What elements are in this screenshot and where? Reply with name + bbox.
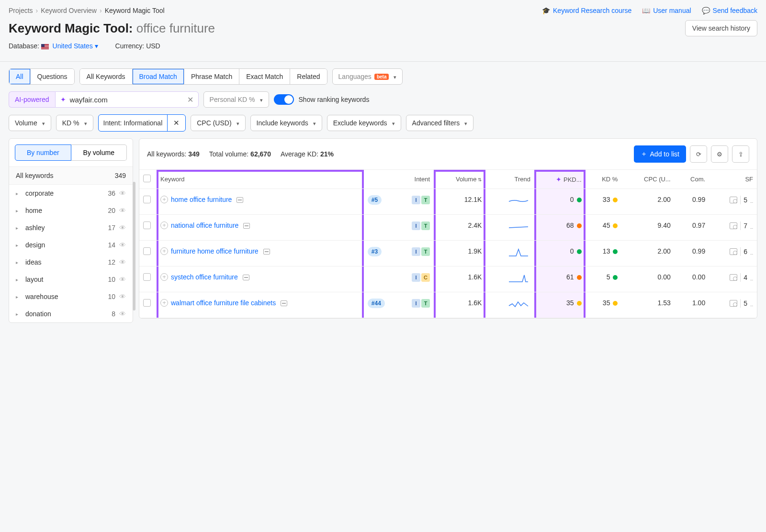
intent-filter[interactable]: Intent: Informational ✕: [98, 114, 186, 132]
expand-icon[interactable]: +: [160, 247, 168, 255]
languages-dropdown[interactable]: Languages beta: [332, 68, 403, 85]
serp-icon[interactable]: [237, 197, 243, 203]
col-cpc[interactable]: CPC (U...: [621, 170, 674, 189]
chevron-right-icon: ▸: [16, 311, 22, 317]
exclude-keywords-filter[interactable]: Exclude keywords: [327, 115, 401, 131]
sidebar-item-warehouse[interactable]: ▸warehouse10 👁: [9, 288, 133, 305]
tab-questions[interactable]: Questions: [30, 69, 74, 84]
col-kd[interactable]: KD %: [586, 170, 622, 189]
advanced-filters[interactable]: Advanced filters: [406, 115, 474, 131]
eye-icon[interactable]: 👁: [119, 310, 126, 318]
sf-cell[interactable]: 7--: [730, 222, 753, 230]
sidebar-item-layout[interactable]: ▸layout10 👁: [9, 271, 133, 288]
rank-badge: #5: [368, 195, 382, 205]
clear-domain-button[interactable]: ✕: [187, 95, 193, 104]
expand-icon[interactable]: +: [160, 196, 168, 203]
include-keywords-filter[interactable]: Include keywords: [250, 115, 322, 131]
sidebar-item-ashley[interactable]: ▸ashley17 👁: [9, 219, 133, 236]
clear-intent-button[interactable]: ✕: [167, 115, 185, 131]
sidebar-item-donation[interactable]: ▸donation8 👁: [9, 305, 133, 322]
select-all-checkbox[interactable]: [143, 175, 151, 182]
sidebar-item-design[interactable]: ▸design14 👁: [9, 236, 133, 254]
eye-icon[interactable]: 👁: [119, 224, 126, 232]
tab-exact-match[interactable]: Exact Match: [239, 69, 290, 84]
by-volume-tab[interactable]: By volume: [71, 144, 127, 161]
user-manual-link[interactable]: 📖User manual: [642, 7, 691, 14]
keyword-link[interactable]: walmart office furniture file cabinets: [171, 299, 276, 307]
cpc-cell: 2.00: [621, 189, 674, 215]
send-feedback-link[interactable]: 💬Send feedback: [702, 7, 757, 14]
col-trend[interactable]: Trend: [485, 170, 534, 189]
expand-icon[interactable]: +: [160, 299, 168, 307]
keyword-link[interactable]: home office furniture: [171, 196, 232, 203]
serp-icon[interactable]: [243, 223, 250, 229]
view-search-history-button[interactable]: View search history: [685, 20, 757, 36]
serp-icon[interactable]: [243, 275, 249, 280]
col-intent[interactable]: Intent: [393, 170, 434, 189]
refresh-button[interactable]: ⟳: [690, 145, 707, 163]
breadcrumb-projects[interactable]: Projects: [9, 7, 33, 14]
col-pkd[interactable]: ✦ PKD...: [534, 170, 586, 189]
sidebar-scrollbar[interactable]: [133, 182, 135, 310]
keyword-link[interactable]: furniture home office furniture: [171, 247, 259, 255]
intent-I-badge: I: [412, 222, 420, 230]
table-row: +national office furniture IT2.4K68459.4…: [139, 215, 757, 241]
tab-all[interactable]: All: [9, 69, 30, 84]
tab-broad-match[interactable]: Broad Match: [132, 69, 184, 84]
col-com[interactable]: Com.: [675, 170, 709, 189]
volume-cell: 1.9K: [434, 241, 485, 266]
com-cell: 1.00: [675, 292, 709, 318]
sidebar-all-keywords[interactable]: All keywords349: [9, 166, 133, 185]
tab-phrase-match[interactable]: Phrase Match: [184, 69, 239, 84]
sf-cell[interactable]: 4--: [730, 273, 753, 282]
eye-icon[interactable]: 👁: [119, 241, 126, 249]
sidebar-item-corporate[interactable]: ▸corporate36 👁: [9, 185, 133, 202]
trend-sparkline: [507, 299, 530, 310]
table-row: +home office furniture #5IT12.1K0332.000…: [139, 189, 757, 215]
by-number-tab[interactable]: By number: [15, 144, 71, 161]
sf-cell[interactable]: 5--: [730, 299, 753, 308]
settings-button[interactable]: ⚙: [711, 145, 728, 163]
serp-icon[interactable]: [281, 300, 287, 306]
row-checkbox[interactable]: [143, 196, 151, 203]
tab-related[interactable]: Related: [290, 69, 327, 84]
ai-domain-input[interactable]: [70, 96, 183, 104]
personal-kd-dropdown[interactable]: Personal KD %: [203, 91, 269, 108]
kd-filter[interactable]: KD %: [56, 115, 93, 131]
add-to-list-button[interactable]: ＋Add to list: [634, 145, 686, 163]
serp-icon[interactable]: [263, 249, 270, 255]
graduation-cap-icon: 🎓: [542, 7, 550, 14]
breadcrumb-overview[interactable]: Keyword Overview: [41, 7, 97, 14]
expand-icon[interactable]: +: [160, 222, 168, 229]
col-keyword[interactable]: Keyword: [157, 170, 364, 189]
volume-filter[interactable]: Volume: [9, 115, 51, 131]
com-cell: 0.00: [675, 266, 709, 292]
cpc-filter[interactable]: CPC (USD): [191, 115, 245, 131]
keyword-research-course-link[interactable]: 🎓Keyword Research course: [542, 7, 631, 14]
show-ranking-toggle[interactable]: [274, 94, 294, 105]
sidebar-item-ideas[interactable]: ▸ideas12 👁: [9, 254, 133, 271]
eye-icon[interactable]: 👁: [119, 293, 126, 300]
eye-icon[interactable]: 👁: [119, 207, 126, 214]
eye-icon[interactable]: 👁: [119, 258, 126, 266]
eye-icon[interactable]: 👁: [119, 276, 126, 283]
col-volume[interactable]: Volume: [434, 170, 485, 189]
keyword-link[interactable]: national office furniture: [171, 222, 238, 229]
eye-icon[interactable]: 👁: [119, 189, 126, 197]
scope-segment: All Questions: [9, 68, 75, 85]
expand-icon[interactable]: +: [160, 273, 168, 281]
row-checkbox[interactable]: [143, 247, 151, 255]
sf-cell[interactable]: 5--: [730, 196, 753, 204]
chevron-right-icon: ▸: [16, 225, 22, 231]
intent-I-badge: I: [412, 299, 420, 308]
tab-all-keywords[interactable]: All Keywords: [80, 69, 132, 84]
sf-cell[interactable]: 6--: [730, 247, 753, 256]
row-checkbox[interactable]: [143, 273, 151, 281]
row-checkbox[interactable]: [143, 222, 151, 229]
database-selector[interactable]: Database: United States ▾: [9, 42, 98, 50]
keyword-link[interactable]: systech office furniture: [171, 273, 238, 281]
col-sf[interactable]: SF: [709, 170, 757, 189]
row-checkbox[interactable]: [143, 299, 151, 307]
sidebar-item-home[interactable]: ▸home20 👁: [9, 202, 133, 219]
export-button[interactable]: ⇪: [732, 145, 749, 163]
